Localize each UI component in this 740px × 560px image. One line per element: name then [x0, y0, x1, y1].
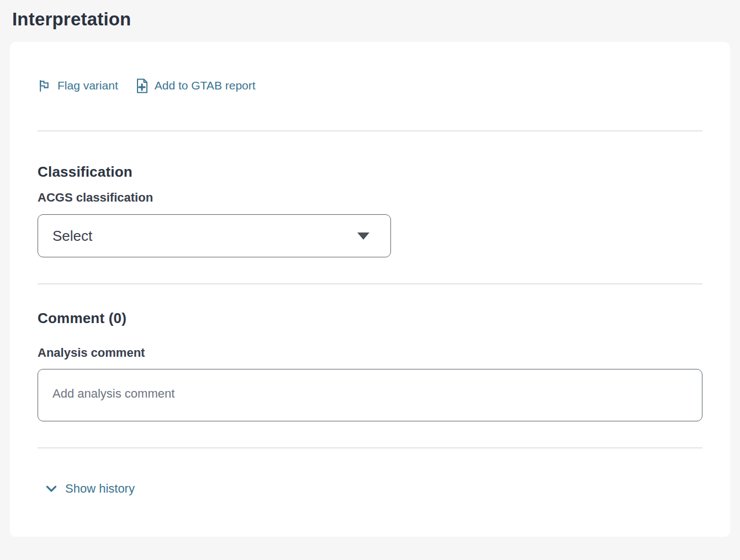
analysis-comment-input[interactable] — [38, 369, 702, 421]
flag-icon — [38, 79, 51, 93]
add-to-gtab-label: Add to GTAB report — [155, 79, 256, 92]
show-history-label: Show history — [65, 482, 135, 496]
chevron-down-icon — [44, 482, 59, 496]
variant-actions-row: Flag variant Add to GTAB report — [38, 77, 702, 94]
select-placeholder-value: Select — [52, 228, 357, 245]
acgs-classification-label: ACGS classification — [38, 191, 702, 205]
caret-down-icon — [357, 233, 369, 240]
flag-variant-label: Flag variant — [57, 79, 118, 92]
divider — [38, 130, 702, 131]
interpretation-page: Interpretation Flag variant — [0, 0, 740, 560]
divider — [38, 283, 702, 284]
file-plus-icon — [136, 78, 149, 93]
classification-heading: Classification — [38, 163, 702, 181]
acgs-classification-select[interactable]: Select — [38, 214, 391, 257]
add-to-gtab-button[interactable]: Add to GTAB report — [136, 78, 256, 93]
flag-variant-button[interactable]: Flag variant — [38, 79, 118, 93]
show-history-toggle[interactable]: Show history — [44, 482, 135, 496]
analysis-comment-label: Analysis comment — [38, 346, 702, 360]
interpretation-card: Flag variant Add to GTAB report Classifi… — [10, 42, 730, 537]
divider — [38, 447, 702, 448]
page-title: Interpretation — [12, 9, 730, 30]
comment-heading: Comment (0) — [38, 310, 702, 327]
